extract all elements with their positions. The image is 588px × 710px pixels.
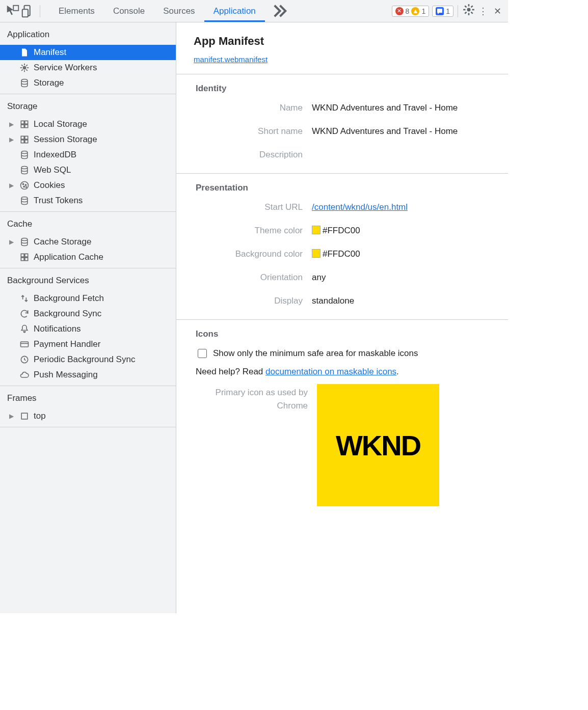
chevron-right-icon: ▶ [9,238,15,245]
row-start-url: Start URL /content/wknd/us/en.html [194,202,497,212]
svg-point-36 [25,186,26,187]
sidebar-item-cache-storage[interactable]: ▶Cache Storage [0,234,176,250]
label-short-name: Short name [194,126,312,136]
issues-badge[interactable]: 1 [432,6,453,17]
tab-application[interactable]: Application [204,0,265,22]
issue-count: 1 [446,7,450,15]
sidebar-item-label: Notifications [34,324,171,334]
sidebar-item-push-messaging[interactable]: ▶Push Messaging [0,367,176,383]
label-name: Name [194,103,312,113]
grid-icon [19,119,30,129]
sidebar-group-title: Storage [0,94,176,117]
page-title: App Manifest [194,35,497,48]
sidebar-item-application-cache[interactable]: ▶Application Cache [0,250,176,265]
value-start-url[interactable]: /content/wknd/us/en.html [312,202,408,212]
sidebar-item-session-storage[interactable]: ▶Session Storage [0,132,176,147]
cookie-icon [19,180,30,190]
svg-point-33 [22,183,23,184]
svg-point-3 [467,8,471,12]
bell-icon [19,324,30,334]
maskable-checkbox-label: Show only the minimum safe area for mask… [213,348,418,359]
svg-line-8 [465,6,466,7]
svg-line-10 [465,12,466,14]
issue-icon [436,7,444,15]
tab-label: Elements [59,6,95,16]
maskable-docs-link[interactable]: documentation on maskable icons [265,367,396,376]
svg-rect-28 [21,140,24,143]
sidebar-item-storage[interactable]: ▶Storage [0,75,176,91]
warning-count: 1 [421,7,425,15]
manifest-link[interactable]: manifest.webmanifest [194,55,268,64]
section-title-icons: Icons [194,329,497,339]
background-color-swatch [312,249,320,258]
svg-rect-24 [21,125,24,128]
grid-icon [19,134,30,145]
sidebar-item-label: Cookies [34,180,171,190]
tabs-overflow-button[interactable] [265,0,295,22]
sidebar-item-background-sync[interactable]: ▶Background Sync [0,306,176,321]
svg-point-32 [21,182,29,189]
tab-sources[interactable]: Sources [154,0,204,22]
value-name: WKND Adventures and Travel - Home [312,103,497,113]
svg-point-31 [21,167,28,169]
sidebar-item-service-workers[interactable]: ▶Service Workers [0,60,176,75]
updown-icon [19,293,30,304]
svg-rect-40 [25,254,28,257]
svg-point-37 [21,197,28,200]
maskable-checkbox[interactable] [198,349,207,358]
sidebar-item-background-fetch[interactable]: ▶Background Fetch [0,291,176,306]
value-background-color: #FFDC00 [323,249,360,259]
svg-rect-42 [25,258,28,261]
sidebar-item-label: Local Storage [34,119,171,129]
sidebar-item-notifications[interactable]: ▶Notifications [0,321,176,337]
console-status-badge[interactable]: ✕ 8 ▲ 1 [392,6,430,17]
sidebar-item-trust-tokens[interactable]: ▶Trust Tokens [0,193,176,208]
tab-console[interactable]: Console [104,0,154,22]
sidebar-item-indexeddb[interactable]: ▶IndexedDB [0,147,176,162]
sidebar-item-manifest[interactable]: ▶Manifest [0,45,176,60]
sidebar-item-local-storage[interactable]: ▶Local Storage [0,117,176,132]
database-icon [19,78,30,88]
sidebar-item-label: Background Sync [34,309,171,319]
value-orientation: any [312,272,497,283]
tab-elements[interactable]: Elements [49,0,104,22]
sidebar-item-cookies[interactable]: ▶Cookies [0,178,176,193]
logo-text: WKND [336,429,420,462]
close-button[interactable]: ✕ [491,6,504,17]
device-toggle-button[interactable] [20,4,36,19]
database-icon [19,237,30,247]
row-theme-color: Theme color #FFDC00 [194,226,497,236]
chevron-right-icon: ▶ [9,413,15,420]
devtools-toolbar: Elements Console Sources Application ✕ 8… [0,0,508,22]
separator [40,5,40,17]
database-icon [19,196,30,206]
sidebar-group-title: Background Services [0,268,176,291]
sidebar-item-web-sql[interactable]: ▶Web SQL [0,162,176,178]
error-count: 8 [406,7,410,15]
chevron-right-icon: ▶ [9,136,15,143]
more-button[interactable]: ⋮ [476,6,490,17]
help-prefix: Need help? Read [196,367,265,376]
label-background-color: Background color [194,249,312,259]
clock-icon [19,354,30,365]
tab-label: Console [113,6,145,16]
maskable-checkbox-row[interactable]: Show only the minimum safe area for mask… [198,348,497,359]
row-name: Name WKND Adventures and Travel - Home [194,103,497,113]
primary-icon-preview: WKND [317,384,439,506]
sidebar-item-payment-handler[interactable]: ▶Payment Handler [0,337,176,352]
sidebar-item-label: Trust Tokens [34,196,171,206]
sidebar-item-periodic-background-sync[interactable]: ▶Periodic Background Sync [0,352,176,367]
sidebar-item-label: Payment Handler [34,339,171,349]
svg-rect-2 [22,9,28,17]
row-description: Description [194,150,497,160]
inspect-element-button[interactable] [5,4,20,19]
svg-line-19 [21,69,23,71]
svg-point-35 [23,186,24,187]
sidebar-item-label: IndexedDB [34,150,171,160]
sidebar-item-top[interactable]: ▶top [0,408,176,424]
settings-button[interactable] [462,3,475,19]
sidebar-item-label: Storage [34,78,171,88]
sidebar-item-label: Application Cache [34,252,171,262]
sidebar-item-label: Manifest [34,47,171,58]
svg-rect-39 [21,254,24,257]
